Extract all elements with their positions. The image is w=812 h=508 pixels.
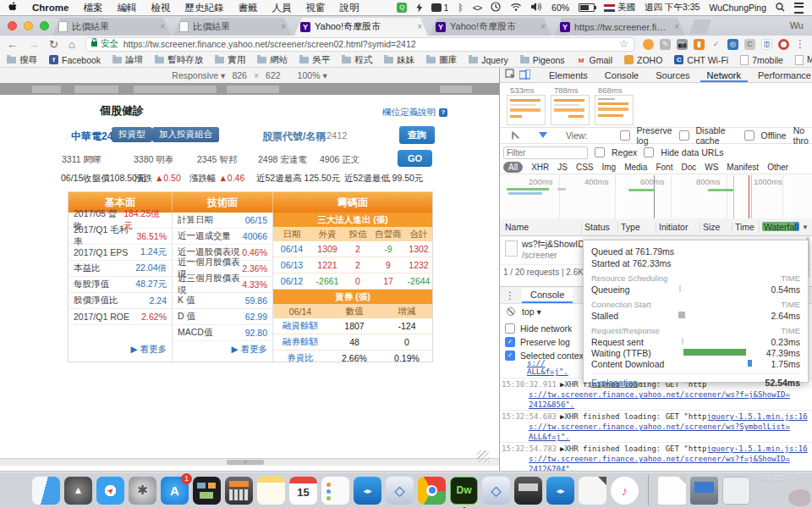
symbol-input[interactable]: 2412	[326, 130, 347, 141]
menu-app-name[interactable]: Chrome	[32, 3, 69, 13]
suggested-stock-link[interactable]: 3380 明泰	[134, 154, 173, 166]
dock-system-preferences[interactable]: ✱	[129, 477, 156, 505]
input-region[interactable]: 美國	[604, 2, 635, 14]
dock-reminders[interactable]	[321, 477, 349, 505]
browser-tab[interactable]: Y Yahoo!奇摩股市 ×	[430, 18, 551, 36]
menu-history[interactable]: 歷史紀錄	[184, 2, 223, 14]
bookmark-pigeons[interactable]: Pigeons	[520, 55, 565, 65]
bookmark-7mobile[interactable]: 7mobile	[740, 55, 783, 65]
help-info-icon[interactable]: ?	[439, 108, 447, 117]
filter-img[interactable]: Img	[601, 163, 616, 172]
inspect-element-icon[interactable]	[505, 69, 516, 81]
filter-doc[interactable]: Doc	[681, 163, 696, 172]
new-tab-button[interactable]	[689, 19, 711, 34]
menu-window[interactable]: 視窗	[305, 2, 325, 14]
brackets-status-icon[interactable]: <>	[473, 3, 481, 13]
phone-extension-icon[interactable]: ▮	[694, 39, 705, 50]
tab-performance[interactable]: Performance	[751, 69, 812, 82]
dock-libreoffice[interactable]	[579, 477, 606, 505]
bluetooth-icon[interactable]: ᛒ	[458, 3, 464, 13]
menu-bar-clock[interactable]: 週四 下午3:35	[645, 2, 700, 14]
hide-data-urls-checkbox[interactable]	[644, 147, 654, 157]
dock-chrome[interactable]	[418, 477, 446, 505]
notification-center-icon[interactable]	[794, 3, 804, 14]
drawer-tab-console[interactable]: Console	[522, 288, 573, 303]
filter-manifest[interactable]: Manifest	[727, 163, 759, 172]
help-link[interactable]: 欄位定義說明 ?	[382, 107, 447, 119]
dock-teamviewer-2[interactable]: ◂▸	[546, 477, 574, 505]
viewport-width-field[interactable]: 826	[232, 70, 247, 80]
bookmark-folder-sites[interactable]: 網站	[257, 54, 288, 66]
filter-css[interactable]: CSS	[576, 163, 594, 172]
regex-checkbox[interactable]	[595, 147, 605, 157]
scrollbar-handle[interactable]: ≡	[227, 460, 264, 465]
column-initiator[interactable]: Initiator	[659, 222, 688, 232]
filmstrip-frame[interactable]	[595, 95, 634, 125]
browser-tab[interactable]: 比價結果 ×	[52, 18, 171, 36]
chrome-menu-icon[interactable]: ⋮	[795, 38, 805, 50]
browser-tab-active[interactable]: Y Yahoo!奇摩股市 ×	[294, 18, 428, 36]
bookmark-moretext[interactable]: MoreText:產生假文	[795, 54, 812, 66]
reload-button[interactable]: ↻	[49, 38, 58, 51]
offline-checkbox[interactable]	[744, 130, 754, 141]
filter-other[interactable]: Other	[767, 163, 788, 172]
column-status[interactable]: Status	[584, 222, 610, 232]
filter-xhr[interactable]: XHR	[531, 163, 549, 172]
horizontal-scrollbar[interactable]: ≡	[0, 458, 499, 466]
hide-network-option[interactable]: Hide network	[505, 323, 572, 334]
viewport-zoom-select[interactable]: 100% ▾	[298, 70, 327, 80]
bookmark-facebook[interactable]: fFacebook	[49, 55, 101, 65]
tab-close-icon[interactable]: ×	[412, 22, 422, 31]
filmstrip-frame[interactable]	[507, 95, 546, 125]
back-button[interactable]: ←	[7, 38, 18, 51]
browser-tab[interactable]: Y https://tw.screener.finance.ya ×	[554, 18, 685, 36]
pencil-extension-icon[interactable]: ✎	[660, 39, 671, 50]
dock-finder[interactable]	[32, 477, 60, 505]
bookmark-folder-jquery[interactable]: Jquery	[469, 55, 508, 65]
bookmark-folder-forum[interactable]: 論壇	[112, 54, 143, 66]
lightning-status-icon[interactable]	[416, 3, 422, 13]
dock-server-app[interactable]	[514, 477, 542, 505]
tab-network[interactable]: Network	[700, 69, 748, 82]
invest-type-button[interactable]: 投資型	[112, 127, 152, 142]
tab-close-icon[interactable]: ×	[669, 22, 679, 31]
suggested-stock-link[interactable]: 2345 智邦	[197, 154, 237, 166]
volume-icon[interactable]	[531, 3, 542, 13]
bookmark-folder-wuping[interactable]: 吳平	[299, 54, 330, 66]
dock-calculator[interactable]	[225, 477, 253, 505]
column-type[interactable]: Type	[621, 222, 640, 232]
menu-view[interactable]: 檢視	[151, 2, 170, 14]
device-mode-select[interactable]: Responsive ▾	[172, 70, 225, 80]
tab-elements[interactable]: Elements	[542, 69, 595, 82]
logged-in-user[interactable]: WuChungPing	[709, 3, 766, 13]
bookmark-folder-temp[interactable]: 暫時存放	[155, 54, 203, 66]
device-toolbar-icon[interactable]	[519, 69, 530, 81]
home-button[interactable]: ⌂	[69, 38, 75, 51]
tab-console[interactable]: Console	[598, 69, 645, 82]
address-bar[interactable]: 安全 https://tw.screener.finance.yahoo.net…	[85, 37, 634, 52]
column-time[interactable]: Time	[735, 222, 754, 232]
browser-tab[interactable]: 比價結果 ×	[173, 18, 292, 36]
network-overview-timeline[interactable]: 200ms 400ms 600ms 800ms 1000ms	[500, 175, 812, 219]
forward-button[interactable]: →	[28, 38, 39, 51]
clear-icon[interactable]	[512, 131, 513, 140]
tab-sources[interactable]: Sources	[649, 69, 696, 82]
tab-close-icon[interactable]: ×	[155, 22, 165, 31]
dock-app-store[interactable]: A1	[161, 477, 189, 505]
preserve-log-checkbox[interactable]	[620, 130, 630, 141]
filter-all[interactable]: All	[503, 162, 523, 173]
dock-dreamweaver[interactable]: Dw	[450, 477, 478, 505]
dock-itunes[interactable]: ♪	[611, 477, 639, 505]
wifi-icon[interactable]	[510, 3, 522, 13]
console-clear-icon[interactable]	[507, 307, 515, 316]
dock-notes[interactable]	[257, 477, 285, 505]
preserve-log-option[interactable]: ✓Preserve log	[505, 337, 570, 347]
go-button[interactable]: GO	[398, 150, 432, 167]
spotlight-icon[interactable]	[776, 3, 785, 14]
minimize-window-button[interactable]	[24, 21, 33, 30]
disable-cache-checkbox[interactable]	[679, 130, 689, 141]
profile-button[interactable]: Wu	[790, 20, 804, 30]
close-window-button[interactable]	[8, 21, 17, 30]
add-portfolio-button[interactable]: 加入投資組合	[152, 127, 219, 142]
menu-bookmarks[interactable]: 書籤	[238, 2, 257, 14]
